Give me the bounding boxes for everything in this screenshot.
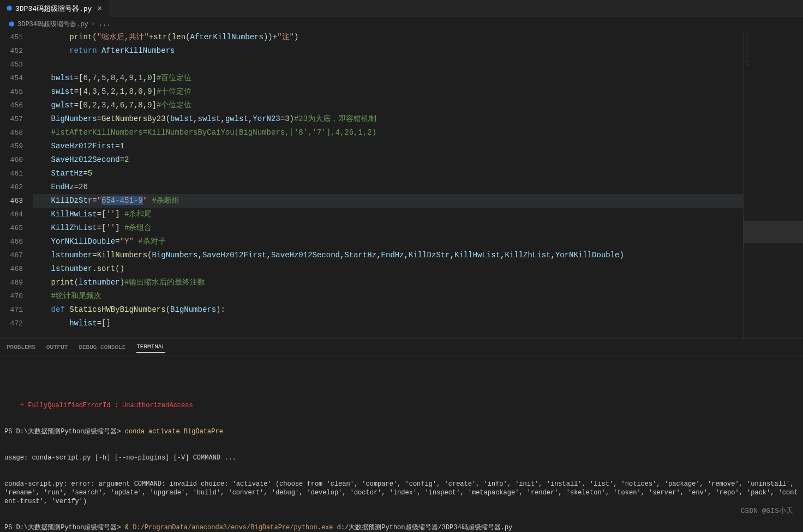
minimap-content: ▬▬▬▬▬▬▬▬▬▬▬▬▬▬▬▬▬▬▬▬▬▬▬▬▬▬▬▬▬▬▬▬▬▬▬▬▬▬▬▬… — [744, 31, 803, 71]
line-number-gutter: 4514524534544554564574584594604614624634… — [0, 31, 33, 338]
breadcrumb: ⬢ 3DP34码超级缩号器.py › ... — [0, 17, 803, 31]
terminal-line: PS D:\大数据预测Python超级缩号器> conda activate B… — [4, 427, 799, 436]
tab-filename: 3DP34码超级缩号器.py — [15, 4, 92, 14]
code-line[interactable]: KillZhList=[''] #杀组合 — [33, 221, 743, 235]
tab-problems[interactable]: PROBLEMS — [7, 342, 35, 353]
line-number: 454 — [0, 71, 23, 85]
code-line[interactable]: #统计和尾频次 — [33, 289, 743, 303]
code-line[interactable]: EndHz=26 — [33, 180, 743, 194]
tab-output[interactable]: OUTPUT — [46, 342, 68, 353]
line-number: 460 — [0, 153, 23, 167]
terminal-content[interactable]: + FullyQualifiedErrorId : UnauthorizedAc… — [0, 355, 803, 532]
minimap-slider[interactable] — [744, 221, 803, 243]
line-number: 465 — [0, 221, 23, 235]
terminal-error-msg: conda-script.py: error: argument COMMAND… — [4, 480, 799, 506]
line-number: 472 — [0, 317, 23, 330]
code-line[interactable]: gwlst=[0,2,3,4,6,7,8,9]#个位定位 — [33, 99, 743, 112]
python-icon: ⬢ — [7, 4, 12, 13]
line-number: 451 — [0, 31, 23, 44]
code-editor[interactable]: 4514524534544554564574584594604614624634… — [0, 31, 803, 338]
code-line[interactable]: StartHz=5 — [33, 167, 743, 180]
line-number: 468 — [0, 262, 23, 276]
panel-tab-bar: PROBLEMS OUTPUT DEBUG CONSOLE TERMINAL — [0, 339, 803, 355]
code-line[interactable]: KillDzStr="654-451-9" #杀断组 — [33, 194, 743, 208]
editor-tab[interactable]: ⬢ 3DP34码超级缩号器.py × — [0, 0, 109, 17]
terminal-error: + FullyQualifiedErrorId : UnauthorizedAc… — [4, 401, 799, 410]
code-line[interactable]: print("缩水后,共计"+str(len(AfterKillNumbers)… — [33, 31, 743, 44]
line-number: 453 — [0, 58, 23, 71]
line-number: 458 — [0, 126, 23, 140]
minimap[interactable]: ▬▬▬▬▬▬▬▬▬▬▬▬▬▬▬▬▬▬▬▬▬▬▬▬▬▬▬▬▬▬▬▬▬▬▬▬▬▬▬▬… — [743, 31, 803, 338]
tab-debug-console[interactable]: DEBUG CONSOLE — [79, 342, 125, 353]
code-content[interactable]: print("缩水后,共计"+str(len(AfterKillNumbers)… — [33, 31, 743, 338]
code-line[interactable]: hwlist=[] — [33, 317, 743, 330]
line-number: 467 — [0, 249, 23, 262]
bottom-panel: PROBLEMS OUTPUT DEBUG CONSOLE TERMINAL +… — [0, 338, 803, 532]
line-number: 456 — [0, 99, 23, 112]
line-number: 463 — [0, 194, 23, 208]
code-line[interactable]: SaveHz012Second=2 — [33, 153, 743, 167]
code-line[interactable]: lstnumber=KillNumbers(BigNumbers,SaveHz0… — [33, 249, 743, 262]
python-icon: ⬢ — [9, 20, 14, 28]
breadcrumb-more[interactable]: ... — [99, 20, 111, 28]
breadcrumb-file[interactable]: 3DP34码超级缩号器.py — [17, 20, 88, 29]
code-line[interactable]: def StaticsHWByBigNumbers(BigNumbers): — [33, 303, 743, 317]
code-line[interactable]: KillHwList=[''] #杀和尾 — [33, 208, 743, 221]
line-number: 462 — [0, 180, 23, 194]
code-line[interactable]: bwlst=[6,7,5,8,4,9,1,0]#百位定位 — [33, 71, 743, 85]
code-line[interactable]: SaveHz012First=1 — [33, 140, 743, 153]
line-number: 455 — [0, 85, 23, 99]
code-line[interactable] — [33, 58, 743, 71]
line-number: 457 — [0, 112, 23, 126]
chevron-right-icon: › — [92, 20, 95, 28]
line-number: 469 — [0, 276, 23, 289]
line-number: 461 — [0, 167, 23, 180]
code-line[interactable]: #lstAfterKillNumbers=KillNumbersByCaiYou… — [33, 126, 743, 140]
tab-bar: ⬢ 3DP34码超级缩号器.py × — [0, 0, 803, 17]
line-number: 466 — [0, 235, 23, 249]
line-number: 464 — [0, 208, 23, 221]
line-number: 452 — [0, 44, 23, 58]
tab-terminal[interactable]: TERMINAL — [136, 341, 165, 353]
code-line[interactable]: swlst=[4,3,5,2,1,8,0,9]#十位定位 — [33, 85, 743, 99]
line-number: 470 — [0, 289, 23, 303]
code-line[interactable]: YorNKillDouble="Y" #杀对子 — [33, 235, 743, 249]
terminal-usage: usage: conda-script.py [-h] [--no-plugin… — [4, 454, 799, 462]
line-number: 459 — [0, 140, 23, 153]
code-line[interactable]: BigNumbers=GetNumbersBy23(bwlst,swlst,gw… — [33, 112, 743, 126]
code-line[interactable]: print(lstnumber)#输出缩水后的最终注数 — [33, 276, 743, 289]
close-icon[interactable]: × — [97, 4, 101, 13]
code-line[interactable]: lstnumber.sort() — [33, 262, 743, 276]
terminal-line: PS D:\大数据预测Python超级缩号器> & D:/ProgramData… — [4, 523, 799, 532]
line-number: 471 — [0, 303, 23, 317]
code-line[interactable]: return AfterKillNumbers — [33, 44, 743, 58]
